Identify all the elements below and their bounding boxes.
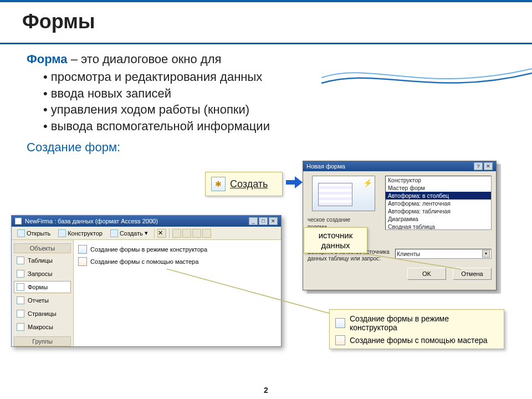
sidebar-item-forms[interactable]: Формы (14, 281, 71, 293)
db-sidebar: Объекты Таблицы Запросы Формы Отчеты Стр… (12, 240, 74, 346)
sidebar-item-queries[interactable]: Запросы (14, 268, 71, 280)
view-large-icon[interactable] (172, 229, 181, 238)
list-item: Создание формы в режиме конструктора (335, 314, 498, 332)
open-icon (17, 229, 25, 237)
table-icon (17, 257, 24, 264)
sidebar-item-pages[interactable]: Страницы (14, 308, 71, 320)
option-pivot[interactable]: Сводная таблица (386, 223, 491, 230)
slide-title-bar: Формы (0, 0, 532, 44)
bullet-item: вывода вспомогательной информации (43, 118, 532, 135)
option-autoform-ribbon[interactable]: Автоформа: ленточная (386, 200, 491, 207)
minimize-icon[interactable]: _ (249, 217, 258, 225)
data-source-callout: источник данных (304, 227, 367, 253)
ok-button[interactable]: OK (407, 268, 446, 280)
open-button[interactable]: Открыть (14, 228, 54, 238)
bullet-item: просмотра и редактирования данных (43, 69, 532, 85)
sidebar-item-macros[interactable]: Макросы (14, 321, 71, 333)
report-icon (17, 296, 24, 304)
db-icon (15, 218, 22, 224)
list-item: Создание формы с помощью мастера (335, 335, 498, 345)
form-design-icon (78, 245, 87, 254)
create-button-callout[interactable]: ✱ Создать (205, 172, 283, 196)
option-wizard[interactable]: Мастер форм (386, 184, 491, 192)
list-item[interactable]: Создание формы в режиме конструктора (77, 243, 278, 255)
maximize-icon[interactable]: □ (259, 217, 268, 225)
new-form-dialog: Новая форма ? ✕ ческое создание полями, … (303, 161, 497, 290)
delete-icon[interactable]: ✕ (157, 229, 166, 238)
create-button-label: Создать (230, 178, 268, 190)
content-area: Форма – это диалоговое окно для просмотр… (0, 44, 532, 155)
query-icon (17, 270, 24, 278)
design-icon (58, 229, 66, 237)
db-toolbar: Открыть Конструктор Создать ▾ ✕ (12, 227, 281, 240)
source-combobox[interactable]: Клиенты ▾ (395, 249, 492, 259)
help-icon[interactable]: ? (474, 162, 483, 170)
form-wizard-icon (78, 257, 87, 266)
design-button[interactable]: Конструктор (55, 228, 106, 238)
sidebar-item-reports[interactable]: Отчеты (14, 294, 71, 306)
sidebar-header: Объекты (14, 243, 71, 253)
sidebar-footer: Группы (14, 336, 71, 346)
macro-icon (17, 323, 24, 331)
definition-line: Форма – это диалоговое окно для (27, 52, 532, 66)
list-item[interactable]: Создание формы с помощью мастера (77, 255, 278, 268)
form-wizard-icon (335, 335, 345, 345)
form-design-icon (335, 318, 345, 328)
bullet-list: просмотра и редактирования данных ввода … (43, 69, 532, 135)
subheading: Создание форм: (27, 140, 532, 155)
database-window: NewFirma : база данных (формат Access 20… (11, 215, 282, 347)
db-window-title: NewFirma : база данных (формат Access 20… (25, 218, 158, 224)
separator (169, 228, 170, 238)
bullet-item: ввода новых записей (43, 85, 532, 102)
view-list-icon[interactable] (192, 229, 201, 238)
db-main-panel: Создание формы в режиме конструктора Соз… (74, 240, 281, 346)
sidebar-item-tables[interactable]: Таблицы (14, 254, 71, 267)
new-form-icon: ✱ (211, 177, 226, 191)
view-small-icon[interactable] (182, 229, 191, 238)
arrow-icon (286, 176, 303, 188)
option-autoform-table[interactable]: Автоформа: табличная (386, 207, 491, 215)
form-type-list[interactable]: Конструктор Мастер форм Автоформа: в сто… (385, 176, 492, 230)
option-constructor[interactable]: Конструктор (386, 176, 491, 184)
separator (154, 228, 155, 238)
dialog-preview-image (312, 176, 375, 211)
dialog-title: Новая форма (306, 163, 345, 170)
new-icon (110, 229, 118, 237)
option-chart[interactable]: Диаграмма (386, 215, 491, 223)
bullet-item: управления ходом работы (кнопки) (43, 101, 532, 118)
new-button[interactable]: Создать ▾ (107, 228, 151, 238)
zoom-callout: Создание формы в режиме конструктора Соз… (329, 309, 504, 349)
close-icon[interactable]: ✕ (269, 217, 278, 225)
view-details-icon[interactable] (202, 229, 211, 238)
definition-rest: – это диалоговое окно для (68, 52, 222, 66)
definition-word: Форма (27, 52, 68, 66)
slide-title: Формы (22, 10, 95, 33)
page-number: 2 (0, 386, 532, 395)
db-window-titlebar: NewFirma : база данных (формат Access 20… (12, 216, 281, 227)
cancel-button[interactable]: Отмена (453, 268, 492, 280)
combo-value: Клиенты (397, 250, 420, 257)
chevron-down-icon[interactable]: ▾ (482, 250, 490, 258)
dialog-titlebar: Новая форма ? ✕ (303, 161, 496, 171)
option-autoform-column[interactable]: Автоформа: в столбец (386, 192, 491, 200)
page-icon (17, 310, 24, 318)
close-icon[interactable]: ✕ (484, 162, 493, 170)
form-icon (17, 283, 24, 291)
